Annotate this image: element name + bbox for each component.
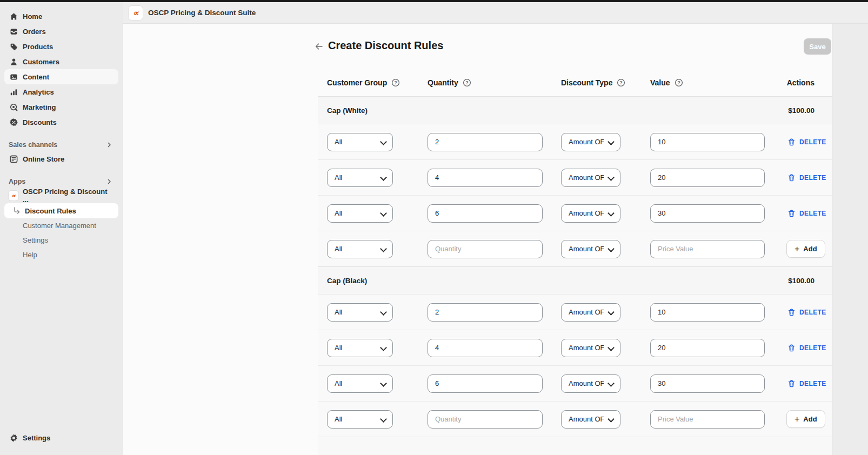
quantity-input[interactable] [428,169,543,187]
add-rule-button[interactable]: +Add [786,410,825,428]
plus-icon: + [794,245,799,253]
customer-group-select[interactable]: All [327,374,393,393]
delete-rule-button[interactable]: DELETE [786,379,826,389]
sidebar-item-label: OSCP Pricing & Discount ... [23,188,114,204]
delete-rule-button[interactable]: DELETE [786,343,826,353]
value-input[interactable] [650,374,765,393]
add-rule-button[interactable]: +Add [786,240,825,258]
discount-rule-row: AllAmount OFFDELETE [318,195,832,231]
sidebar-item-discounts[interactable]: Discounts [4,115,118,130]
column-header-quantity: Quantity ? [428,78,561,88]
customer-group-select[interactable]: All [327,303,393,322]
sidebar-item-help[interactable]: Help [4,247,118,262]
value-input[interactable] [650,410,765,429]
customer-group-select[interactable]: All [327,410,393,429]
sidebar-item-app-settings[interactable]: Settings [4,233,118,247]
app-topbar: ∝ OSCP Pricing & Discount Suite [123,2,868,24]
discount-type-select[interactable]: Amount OFF [561,303,620,322]
quantity-input[interactable] [428,339,543,357]
quantity-input[interactable] [428,303,543,322]
discount-type-select[interactable]: Amount OFF [561,133,620,151]
sidebar-item-marketing[interactable]: Marketing [4,99,118,115]
customer-group-select[interactable]: All [327,169,393,187]
sidebar-item-oscp-app[interactable]: ∝ OSCP Pricing & Discount ... [4,188,118,203]
quantity-input[interactable] [428,204,543,223]
sidebar-item-products[interactable]: Products [4,39,118,54]
save-button[interactable]: Save [804,38,831,55]
help-icon[interactable]: ? [391,78,400,88]
sidebar-item-content[interactable]: Content [4,69,118,84]
discount-type-select[interactable]: Amount OFF [561,204,620,223]
delete-rule-button[interactable]: DELETE [786,173,826,183]
customer-group-select[interactable]: All [327,374,393,393]
discount-type-select[interactable]: Amount OFF [561,410,620,429]
sidebar-item-online-store[interactable]: Online Store [4,151,118,166]
sidebar-item-discount-rules[interactable]: Discount Rules [4,203,118,218]
delete-rule-button[interactable]: DELETE [786,209,826,218]
customer-group-select[interactable]: All [327,133,393,151]
discount-type-select[interactable]: Amount OFF [561,240,620,258]
quantity-input[interactable] [428,410,543,429]
home-icon [9,11,18,21]
store-icon [9,154,18,164]
discount-type-select[interactable]: Amount OFF [561,339,620,357]
customer-group-select[interactable]: All [327,240,393,258]
quantity-input[interactable] [428,240,543,258]
sidebar-item-orders[interactable]: Orders [4,24,118,39]
back-button[interactable] [312,40,325,53]
customer-group-select[interactable]: All [327,410,393,429]
value-input[interactable] [650,133,765,151]
help-icon[interactable]: ? [674,78,684,88]
discount-type-select[interactable]: Amount OFF [561,303,620,322]
sidebar-section-apps[interactable]: Apps [4,175,118,188]
sidebar: HomeOrdersProductsCustomersContentAnalyt… [0,2,123,455]
discount-type-select[interactable]: Amount OFF [561,133,620,151]
quantity-input[interactable] [428,133,543,151]
discount-type-select[interactable]: Amount OFF [561,204,620,223]
trash-icon [786,209,796,218]
value-input[interactable] [650,204,765,223]
customer-group-select[interactable]: All [327,240,393,258]
discount-type-select[interactable]: Amount OFF [561,374,620,393]
customer-group-select[interactable]: All [327,339,393,357]
column-header-actions: Actions [786,78,832,87]
discount-rule-row: AllAmount OFFDELETE [318,365,832,401]
value-input[interactable] [650,240,765,258]
value-input[interactable] [650,339,765,357]
table-header-row: Customer Group ? Quantity ? Discount Typ… [318,69,832,96]
sidebar-item-label: Products [23,43,53,51]
sidebar-section-sales-channels[interactable]: Sales channels [4,138,118,151]
customer-group-select[interactable]: All [327,303,393,322]
customers-icon [9,57,18,66]
sidebar-item-analytics[interactable]: Analytics [4,84,118,99]
customer-group-select[interactable]: All [327,204,393,223]
help-icon[interactable]: ? [462,78,472,88]
discount-type-select[interactable]: Amount OFF [561,410,620,429]
help-icon[interactable]: ? [616,78,626,88]
value-input[interactable] [650,303,765,322]
sidebar-item-customers[interactable]: Customers [4,54,118,69]
discount-type-select[interactable]: Amount OFF [561,169,620,187]
sidebar-item-customer-management[interactable]: Customer Management [4,218,118,233]
customer-group-select[interactable]: All [327,169,393,187]
discount-type-select[interactable]: Amount OFF [561,339,620,357]
delete-rule-button[interactable]: DELETE [786,137,826,147]
sidebar-item-settings[interactable]: Settings [4,430,118,445]
branch-arrow-icon [12,206,22,216]
quantity-input[interactable] [428,374,543,393]
trash-icon [786,173,796,183]
sidebar-item-home[interactable]: Home [4,9,118,24]
customer-group-select[interactable]: All [327,133,393,151]
group-name: Cap (Black) [327,277,367,285]
rules-table-body: Cap (White)$100.00AllAmount OFFDELETEAll… [318,96,832,437]
customer-group-select[interactable]: All [327,339,393,357]
delete-rule-button[interactable]: DELETE [786,307,826,317]
marketing-icon [9,102,18,112]
value-input[interactable] [650,169,765,187]
sidebar-item-label: Discounts [23,118,57,126]
customer-group-select[interactable]: All [327,204,393,223]
delete-label: DELETE [799,380,826,387]
discount-type-select[interactable]: Amount OFF [561,374,620,393]
discount-type-select[interactable]: Amount OFF [561,240,620,258]
discount-type-select[interactable]: Amount OFF [561,169,620,187]
